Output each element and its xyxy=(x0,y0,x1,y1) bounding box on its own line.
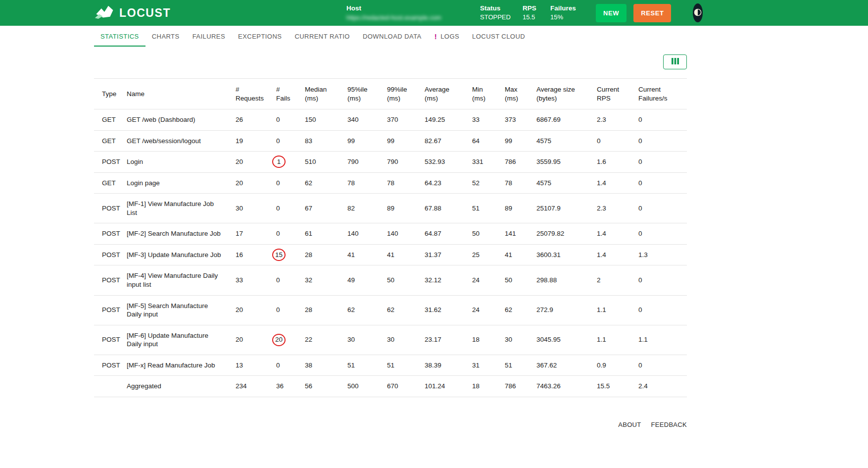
host-url: https://redacted-host.example.com xyxy=(346,13,471,22)
reset-button[interactable]: RESET xyxy=(633,4,671,22)
cell-p99: 670 xyxy=(379,376,417,397)
cell-current_rps: 1.4 xyxy=(589,244,630,265)
tab-failures[interactable]: FAILURES xyxy=(186,27,232,47)
cell-name: [MF-1] View Manufacture Job List xyxy=(119,194,228,223)
cell-requests: 234 xyxy=(228,376,268,397)
cell-p95: 30 xyxy=(339,325,379,355)
cell-median: 62 xyxy=(297,172,339,194)
cell-name: Login xyxy=(119,152,228,173)
tab-label: EXCEPTIONS xyxy=(238,33,282,40)
cell-avg_size: 25107.9 xyxy=(529,194,589,223)
cell-p99: 50 xyxy=(379,265,417,295)
cell-avg_size: 6867.69 xyxy=(529,109,589,131)
column-header[interactable]: Average (ms) xyxy=(417,79,464,109)
cell-p99: 99 xyxy=(379,130,417,152)
cell-requests: 20 xyxy=(228,295,268,325)
cell-min: 18 xyxy=(464,376,497,397)
locust-logo[interactable]: LOCUST xyxy=(94,4,169,21)
cell-current_rps: 0.9 xyxy=(589,355,630,376)
cell-type: GET xyxy=(94,172,119,194)
cell-fails: 0 xyxy=(268,265,297,295)
column-header[interactable]: Max (ms) xyxy=(497,79,529,109)
cell-type: GET xyxy=(94,130,119,152)
column-header[interactable]: Median (ms) xyxy=(297,79,339,109)
column-header[interactable]: # Requests xyxy=(228,79,268,109)
brightness-icon xyxy=(693,7,703,19)
app-header: LOCUST Host https://redacted-host.exampl… xyxy=(0,0,868,26)
cell-median: 56 xyxy=(297,376,339,397)
cell-requests: 19 xyxy=(228,130,268,152)
cell-max: 78 xyxy=(497,172,529,194)
table-body: GETGET /web (Dashboard)260150340370149.2… xyxy=(94,109,687,397)
cell-p99: 89 xyxy=(379,194,417,223)
cell-avg_size: 3600.31 xyxy=(529,244,589,265)
tab-label: LOCUST CLOUD xyxy=(472,33,525,40)
cell-p99: 140 xyxy=(379,223,417,245)
cell-avg_size: 367.62 xyxy=(529,355,589,376)
cell-current_failures: 0 xyxy=(630,223,687,245)
cell-p99: 41 xyxy=(379,244,417,265)
cell-min: 24 xyxy=(464,265,497,295)
cell-median: 32 xyxy=(297,265,339,295)
cell-avg_size: 4575 xyxy=(529,130,589,152)
cell-min: 64 xyxy=(464,130,497,152)
tab-locust-cloud[interactable]: LOCUST CLOUD xyxy=(466,27,531,47)
cell-name: [MF-5] Search Manufacture Daily input xyxy=(119,295,228,325)
new-test-button[interactable]: NEW xyxy=(596,4,627,22)
table-row: POST[MF-1] View Manufacture Job List3006… xyxy=(94,194,687,223)
column-header[interactable]: 99%ile (ms) xyxy=(379,79,417,109)
tab-logs[interactable]: !LOGS xyxy=(428,27,466,47)
column-header[interactable]: # Fails xyxy=(268,79,297,109)
cell-p95: 78 xyxy=(339,172,379,194)
cell-max: 373 xyxy=(497,109,529,131)
table-row: POSTLogin201510790790532.933317863559.95… xyxy=(94,152,687,173)
column-selection-button[interactable] xyxy=(663,54,687,69)
failures-value: 15% xyxy=(550,13,582,22)
cell-current_failures: 0 xyxy=(630,265,687,295)
cell-requests: 16 xyxy=(228,244,268,265)
host-label: Host xyxy=(346,3,471,13)
table-row: GETLogin page20062787864.23527845751.40 xyxy=(94,172,687,194)
cell-min: 52 xyxy=(464,172,497,194)
tab-statistics[interactable]: STATISTICS xyxy=(94,27,145,47)
cell-median: 22 xyxy=(297,325,339,355)
cell-current_rps: 2 xyxy=(589,265,630,295)
table-header-row: TypeName# Requests# FailsMedian (ms)95%i… xyxy=(94,79,687,109)
cell-min: 25 xyxy=(464,244,497,265)
column-header[interactable]: Current RPS xyxy=(589,79,630,109)
cell-max: 50 xyxy=(497,265,529,295)
cell-requests: 30 xyxy=(228,194,268,223)
aggregated-row: Aggregated2343656500670101.24187867463.2… xyxy=(94,376,687,397)
footer-link-about[interactable]: ABOUT xyxy=(618,421,641,428)
column-header[interactable]: Min (ms) xyxy=(464,79,497,109)
column-header[interactable]: Type xyxy=(94,79,119,109)
table-row: POST[MF-6] Update Manufacture Daily inpu… xyxy=(94,325,687,355)
cell-name: [MF-6] Update Manufacture Daily input xyxy=(119,325,228,355)
tab-exceptions[interactable]: EXCEPTIONS xyxy=(232,27,288,47)
cell-fails: 1 xyxy=(268,152,297,173)
tab-current-ratio[interactable]: CURRENT RATIO xyxy=(288,27,356,47)
cell-max: 89 xyxy=(497,194,529,223)
cell-max: 51 xyxy=(497,355,529,376)
column-header[interactable]: Current Failures/s xyxy=(630,79,687,109)
cell-requests: 33 xyxy=(228,265,268,295)
cell-type: POST xyxy=(94,194,119,223)
footer-links: ABOUTFEEDBACK xyxy=(608,420,687,428)
tab-label: CHARTS xyxy=(152,33,180,40)
cell-type: POST xyxy=(94,152,119,173)
tab-download-data[interactable]: DOWNLOAD DATA xyxy=(356,27,428,47)
cell-min: 331 xyxy=(464,152,497,173)
cell-avg_size: 298.88 xyxy=(529,265,589,295)
columns-icon xyxy=(672,58,679,66)
footer-link-feedback[interactable]: FEEDBACK xyxy=(651,421,687,428)
cell-max: 30 xyxy=(497,325,529,355)
tab-charts[interactable]: CHARTS xyxy=(145,27,186,47)
column-header[interactable]: Name xyxy=(119,79,228,109)
column-header[interactable]: Average size (bytes) xyxy=(529,79,589,109)
dark-mode-toggle[interactable] xyxy=(693,3,703,22)
cell-median: 38 xyxy=(297,355,339,376)
cell-current_failures: 1.1 xyxy=(630,325,687,355)
column-header[interactable]: 95%ile (ms) xyxy=(339,79,379,109)
cell-current_failures: 1.3 xyxy=(630,244,687,265)
cell-fails: 0 xyxy=(268,130,297,152)
